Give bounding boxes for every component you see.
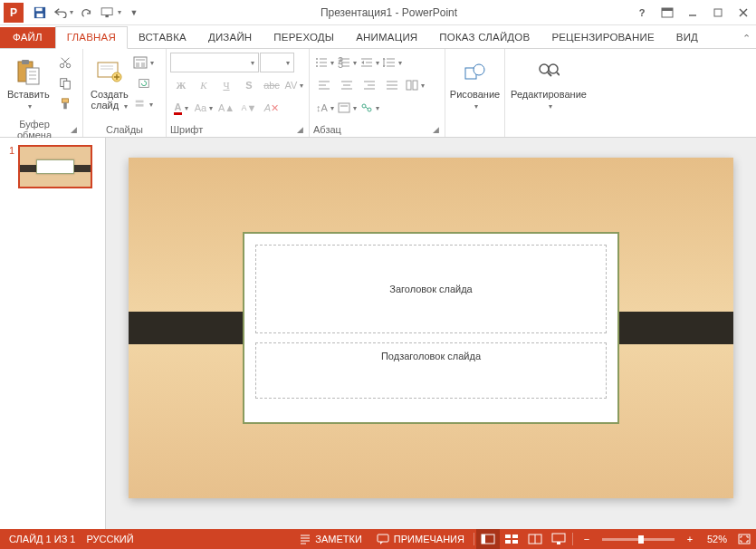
normal-view-button[interactable] xyxy=(476,529,500,549)
tab-transitions[interactable]: ПЕРЕХОДЫ xyxy=(263,27,345,48)
group-font-label: Шрифт xyxy=(170,124,203,135)
reading-view-button[interactable] xyxy=(523,529,547,549)
character-spacing-button[interactable]: AV▾ xyxy=(283,75,305,95)
close-button[interactable] xyxy=(731,3,756,23)
zoom-slider-thumb[interactable] xyxy=(638,535,644,544)
slide-counter[interactable]: СЛАЙД 1 ИЗ 1 xyxy=(9,534,75,544)
shapes-icon xyxy=(461,58,490,87)
status-bar: СЛАЙД 1 ИЗ 1 РУССКИЙ ЗАМЕТКИ ПРИМЕЧАНИЯ … xyxy=(0,529,756,549)
tab-animations[interactable]: АНИМАЦИЯ xyxy=(345,27,428,48)
save-button[interactable] xyxy=(29,3,51,23)
section-button[interactable]: ▾ xyxy=(133,94,155,114)
dialog-launcher-icon[interactable]: ◢ xyxy=(295,125,305,134)
minimize-button[interactable] xyxy=(680,3,705,23)
zoom-slider[interactable] xyxy=(602,538,675,541)
new-slide-icon xyxy=(95,58,124,87)
title-placeholder[interactable]: Заголовок слайда xyxy=(255,245,607,333)
slide-editor[interactable]: Заголовок слайда Подзаголовок слайда xyxy=(106,138,756,529)
new-slide-button[interactable]: Создать слайд ▾ xyxy=(87,51,132,120)
shadow-button[interactable]: S xyxy=(238,75,260,95)
zoom-out-button[interactable]: − xyxy=(575,529,598,549)
tab-insert[interactable]: ВСТАВКА xyxy=(128,27,197,48)
tab-view[interactable]: ВИД xyxy=(665,27,709,48)
svg-text:↕A: ↕A xyxy=(316,102,328,113)
paste-button[interactable]: Вставить▾ xyxy=(4,51,53,120)
clear-formatting-button[interactable]: A✕ xyxy=(261,98,282,118)
app-icon: P xyxy=(4,3,24,23)
tab-review[interactable]: РЕЦЕНЗИРОВАНИЕ xyxy=(541,27,665,48)
chevron-down-icon: ▾ xyxy=(549,102,552,111)
tab-file[interactable]: ФАЙЛ xyxy=(0,27,55,48)
subtitle-placeholder[interactable]: Подзаголовок слайда xyxy=(255,342,607,399)
svg-rect-6 xyxy=(662,8,673,11)
svg-rect-24 xyxy=(63,102,67,109)
change-case-button[interactable]: Aa▾ xyxy=(193,98,215,118)
dialog-launcher-icon[interactable]: ◢ xyxy=(69,125,79,134)
comments-button[interactable]: ПРИМЕЧАНИЯ xyxy=(369,529,472,549)
bullets-button[interactable]: ▾ xyxy=(313,53,335,72)
drawing-button[interactable]: Рисование▾ xyxy=(449,51,501,120)
redo-button[interactable] xyxy=(76,3,98,23)
slide-thumbnails-panel[interactable]: 1 xyxy=(0,138,106,529)
bold-button[interactable]: Ж xyxy=(170,75,192,95)
slideshow-view-button[interactable] xyxy=(547,529,570,549)
cut-button[interactable] xyxy=(54,53,76,72)
grow-font-button[interactable]: A▲ xyxy=(215,98,237,118)
svg-rect-12 xyxy=(22,60,29,64)
title-bar: P ▾ ▾ ▼ Презентация1 - PowerPoint ? xyxy=(0,0,756,25)
start-from-beginning-button[interactable]: ▾ xyxy=(100,3,121,23)
columns-button[interactable]: ▾ xyxy=(404,75,426,95)
shrink-font-button[interactable]: A▼ xyxy=(238,98,260,118)
justify-button[interactable] xyxy=(381,75,403,95)
copy-button[interactable] xyxy=(54,73,76,93)
format-painter-button[interactable] xyxy=(54,94,76,114)
italic-button[interactable]: К xyxy=(193,75,215,95)
ribbon-display-options[interactable] xyxy=(655,3,680,23)
text-direction-button[interactable]: ↕A▾ xyxy=(313,98,335,118)
svg-line-20 xyxy=(61,58,67,64)
customize-qat-button[interactable]: ▼ xyxy=(123,3,145,23)
align-text-button[interactable]: ▾ xyxy=(336,98,358,118)
svg-point-73 xyxy=(362,104,366,108)
font-family-combo[interactable]: ▾ xyxy=(170,53,259,72)
thumbnail-preview[interactable] xyxy=(18,145,92,188)
zoom-in-button[interactable]: + xyxy=(678,529,702,549)
language-indicator[interactable]: РУССКИЙ xyxy=(86,534,133,544)
underline-button[interactable]: Ч xyxy=(215,75,237,95)
svg-point-18 xyxy=(66,63,70,67)
zoom-level[interactable]: 52% xyxy=(702,529,732,549)
font-size-combo[interactable]: ▾ xyxy=(260,53,294,72)
editing-button[interactable]: Редактирование▾ xyxy=(509,51,589,120)
reset-button[interactable] xyxy=(133,73,155,93)
numbering-button[interactable]: 123▾ xyxy=(336,53,358,72)
undo-button[interactable]: ▾ xyxy=(53,3,74,23)
align-right-button[interactable] xyxy=(359,75,380,95)
layout-button[interactable]: ▾ xyxy=(133,53,155,72)
collapse-ribbon-button[interactable]: ⌃ xyxy=(737,29,756,48)
slide-thumbnail[interactable]: 1 xyxy=(5,145,100,188)
slide-sorter-view-button[interactable] xyxy=(500,529,523,549)
maximize-button[interactable] xyxy=(705,3,731,23)
slide-canvas[interactable]: Заголовок слайда Подзаголовок слайда xyxy=(129,158,733,498)
svg-text:2: 2 xyxy=(338,57,343,66)
svg-point-38 xyxy=(316,58,318,60)
help-button[interactable]: ? xyxy=(629,3,655,23)
fit-to-window-button[interactable] xyxy=(732,529,756,549)
tab-design[interactable]: ДИЗАЙН xyxy=(197,27,263,48)
align-center-button[interactable] xyxy=(336,75,358,95)
svg-rect-36 xyxy=(136,101,144,103)
tab-slideshow[interactable]: ПОКАЗ СЛАЙДОВ xyxy=(428,27,541,48)
smartart-button[interactable]: ▾ xyxy=(359,98,380,118)
align-left-button[interactable] xyxy=(313,75,335,95)
chevron-down-icon: ▾ xyxy=(28,102,32,111)
workspace: 1 Заголовок слайда Подзаголовок слайда xyxy=(0,138,756,529)
dialog-launcher-icon[interactable]: ◢ xyxy=(431,125,441,134)
svg-rect-33 xyxy=(136,63,139,67)
tab-home[interactable]: ГЛАВНАЯ xyxy=(55,26,128,49)
decrease-indent-button[interactable]: ▾ xyxy=(359,53,380,72)
notes-button[interactable]: ЗАМЕТКИ xyxy=(292,529,369,549)
group-clipboard: Вставить▾ Буфер обмена◢ xyxy=(0,49,83,137)
line-spacing-button[interactable]: ▾ xyxy=(381,53,403,72)
font-color-button[interactable]: A▾ xyxy=(170,98,192,118)
strikethrough-button[interactable]: abc xyxy=(261,75,282,95)
